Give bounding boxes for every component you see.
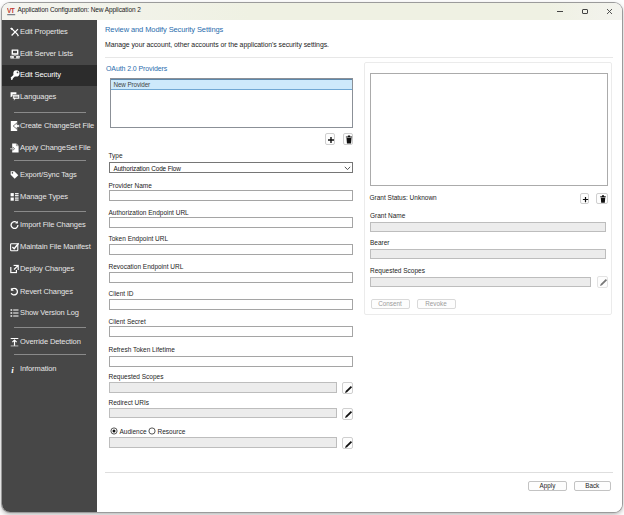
- svg-text:i: i: [11, 365, 14, 374]
- svg-text:VT: VT: [7, 8, 15, 14]
